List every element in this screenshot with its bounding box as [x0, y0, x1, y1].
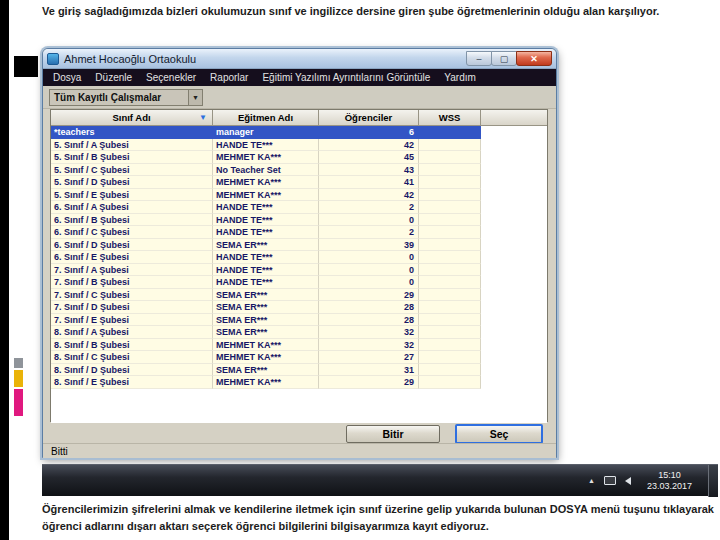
- table-row[interactable]: 5. Sınıf / C ŞubesiNo Teacher Set43: [51, 164, 547, 177]
- column-header-filler: [481, 110, 547, 126]
- cell-class: 6. Sınıf / C Şubesi: [51, 226, 213, 239]
- menu-item-3[interactable]: Seçenekler: [139, 69, 203, 86]
- table-row[interactable]: 7. Sınıf / D ŞubesiSEMA ER***28: [51, 301, 547, 314]
- display-icon[interactable]: [604, 476, 616, 485]
- cell-teacher: SEMA ER***: [213, 326, 319, 339]
- table-row[interactable]: 8. Sınıf / A ŞubesiSEMA ER***32: [51, 326, 547, 339]
- table-row[interactable]: 8. Sınıf / D ŞubesiSEMA ER***31: [51, 364, 547, 377]
- table-row[interactable]: 5. Sınıf / B ŞubesiMEHMET KA***45: [51, 151, 547, 164]
- cell-teacher: HANDE TE***: [213, 264, 319, 277]
- cell-filler: [481, 351, 547, 364]
- slide: Ve giriş sağladığımızda bizleri okulumuz…: [0, 0, 720, 540]
- column-header-class[interactable]: Sınıf Adı ▼: [51, 110, 213, 126]
- taskbar[interactable]: ▲ 15:10 23.03.2017: [42, 464, 718, 496]
- chevron-up-icon[interactable]: ▲: [588, 477, 595, 484]
- decor-black-square: [14, 56, 38, 77]
- table-row[interactable]: 5. Sınıf / D ŞubesiMEHMET KA***41: [51, 176, 547, 189]
- table-row[interactable]: 6. Sınıf / C ŞubesiHANDE TE***2: [51, 226, 547, 239]
- cell-filler: [481, 376, 547, 389]
- cell-wss: [419, 151, 481, 164]
- table-row[interactable]: 5. Sınıf / E ŞubesiMEHMET KA***42: [51, 189, 547, 202]
- menu-item-6[interactable]: Yardım: [437, 69, 483, 86]
- minimize-button[interactable]: –: [466, 51, 492, 66]
- cell-students: 28: [319, 314, 419, 327]
- table-row[interactable]: 6. Sınıf / D ŞubesiSEMA ER***39: [51, 239, 547, 252]
- cell-class: 8. Sınıf / A Şubesi: [51, 326, 213, 339]
- cell-wss: [419, 239, 481, 252]
- maximize-button[interactable]: ▢: [491, 51, 517, 66]
- cell-teacher: HANDE TE***: [213, 201, 319, 214]
- clock-time: 15:10: [647, 470, 692, 481]
- menu-item-4[interactable]: Raporlar: [203, 69, 255, 86]
- cell-class: 5. Sınıf / E Şubesi: [51, 189, 213, 202]
- cell-wss: [419, 289, 481, 302]
- table-row[interactable]: 5. Sınıf / A ŞubesiHANDE TE***42: [51, 139, 547, 152]
- menu-item-5[interactable]: Eğitimi Yazılımı Ayrıntılarını Görüntüle: [255, 69, 437, 86]
- cell-class: 6. Sınıf / B Şubesi: [51, 214, 213, 227]
- cell-class: 5. Sınıf / C Şubesi: [51, 164, 213, 177]
- cell-teacher: manager: [213, 126, 319, 139]
- table-row[interactable]: 6. Sınıf / E ŞubesiHANDE TE***0: [51, 251, 547, 264]
- decor-magenta-chip: [14, 389, 23, 416]
- cell-wss: [419, 301, 481, 314]
- cell-students: 32: [319, 326, 419, 339]
- column-header-students[interactable]: Öğrenciler: [319, 110, 419, 126]
- table-row[interactable]: 6. Sınıf / B ŞubesiHANDE TE***0: [51, 214, 547, 227]
- cell-wss: [419, 339, 481, 352]
- window-controls: – ▢ ✕: [467, 51, 552, 66]
- decor-gray-chip: [14, 358, 23, 368]
- table-row[interactable]: 7. Sınıf / B ŞubesiHANDE TE***0: [51, 276, 547, 289]
- cell-filler: [481, 339, 547, 352]
- column-header-wss[interactable]: WSS: [419, 110, 481, 126]
- cell-class: 6. Sınıf / A Şubesi: [51, 201, 213, 214]
- cell-class: 6. Sınıf / D Şubesi: [51, 239, 213, 252]
- cell-teacher: MEHMET KA***: [213, 339, 319, 352]
- cell-filler: [481, 364, 547, 377]
- filter-dropdown[interactable]: Tüm Kayıtlı Çalışmalar ▼: [49, 89, 203, 106]
- cell-wss: [419, 364, 481, 377]
- cell-teacher: SEMA ER***: [213, 301, 319, 314]
- table-row[interactable]: 7. Sınıf / C ŞubesiSEMA ER***29: [51, 289, 547, 302]
- cell-students: 0: [319, 214, 419, 227]
- window-title: Ahmet Hocaoğlu Ortaokulu: [64, 53, 196, 65]
- cell-teacher: SEMA ER***: [213, 289, 319, 302]
- menu-item-1[interactable]: Dosya: [46, 69, 88, 86]
- select-button[interactable]: Seç: [455, 424, 543, 444]
- title-bar[interactable]: Ahmet Hocaoğlu Ortaokulu – ▢ ✕: [43, 49, 556, 69]
- status-bar: Bitti: [43, 443, 556, 458]
- table-row[interactable]: 8. Sınıf / B ŞubesiMEHMET KA***32: [51, 339, 547, 352]
- taskbar-clock[interactable]: 15:10 23.03.2017: [640, 470, 699, 492]
- filter-dropdown-value: Tüm Kayıtlı Çalışmalar: [50, 92, 161, 103]
- cell-wss: [419, 264, 481, 277]
- top-paragraph: Ve giriş sağladığımızda bizleri okulumuz…: [42, 3, 714, 20]
- show-desktop-button[interactable]: [708, 465, 718, 497]
- table-row[interactable]: 8. Sınıf / C ŞubesiMEHMET KA***27: [51, 351, 547, 364]
- table-row[interactable]: *teachersmanager6: [51, 126, 547, 139]
- table-row[interactable]: 7. Sınıf / E ŞubesiSEMA ER***28: [51, 314, 547, 327]
- cell-class: 5. Sınıf / A Şubesi: [51, 139, 213, 152]
- cell-students: 31: [319, 364, 419, 377]
- close-button[interactable]: ✕: [516, 51, 552, 66]
- cell-wss: [419, 176, 481, 189]
- cell-filler: [481, 214, 547, 227]
- cell-wss: [419, 351, 481, 364]
- cell-class: 7. Sınıf / A Şubesi: [51, 264, 213, 277]
- cell-teacher: HANDE TE***: [213, 276, 319, 289]
- cell-students: 29: [319, 289, 419, 302]
- cell-filler: [481, 189, 547, 202]
- cell-class: 5. Sınıf / B Şubesi: [51, 151, 213, 164]
- finish-button[interactable]: Bitir: [346, 425, 440, 443]
- cell-filler: [481, 251, 547, 264]
- system-tray: ▲ 15:10 23.03.2017: [588, 465, 718, 496]
- volume-icon[interactable]: [625, 477, 631, 485]
- menu-item-2[interactable]: Düzenle: [88, 69, 139, 86]
- table-row[interactable]: 8. Sınıf / E ŞubesiMEHMET KA***29: [51, 376, 547, 389]
- cell-teacher: SEMA ER***: [213, 314, 319, 327]
- table-row[interactable]: 6. Sınıf / A ŞubesiHANDE TE***2: [51, 201, 547, 214]
- column-header-teacher[interactable]: Eğitmen Adı: [213, 110, 319, 126]
- cell-wss: [419, 201, 481, 214]
- cell-class: 7. Sınıf / C Şubesi: [51, 289, 213, 302]
- chevron-down-icon: ▼: [188, 90, 202, 105]
- table-row[interactable]: 7. Sınıf / A ŞubesiHANDE TE***0: [51, 264, 547, 277]
- cell-wss: [419, 226, 481, 239]
